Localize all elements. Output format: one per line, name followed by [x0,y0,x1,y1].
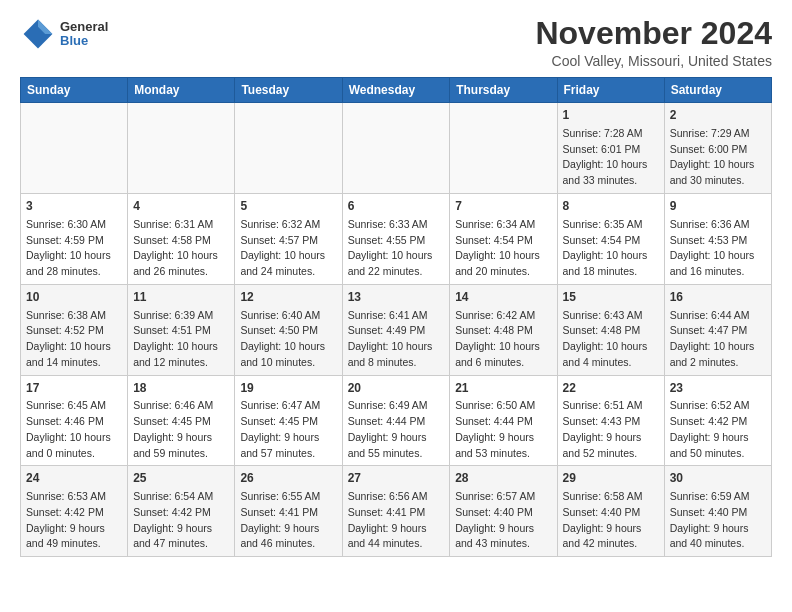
day-number: 23 [670,380,766,397]
day-cell: 23Sunrise: 6:52 AM Sunset: 4:42 PM Dayli… [664,375,771,466]
day-cell [450,103,557,194]
day-cell: 4Sunrise: 6:31 AM Sunset: 4:58 PM Daylig… [128,193,235,284]
calendar-header: SundayMondayTuesdayWednesdayThursdayFrid… [21,78,772,103]
day-number: 20 [348,380,445,397]
day-info: Sunrise: 6:32 AM Sunset: 4:57 PM Dayligh… [240,217,336,280]
weekday-header-monday: Monday [128,78,235,103]
weekday-header-thursday: Thursday [450,78,557,103]
day-number: 13 [348,289,445,306]
day-info: Sunrise: 6:38 AM Sunset: 4:52 PM Dayligh… [26,308,122,371]
day-info: Sunrise: 6:46 AM Sunset: 4:45 PM Dayligh… [133,398,229,461]
day-cell: 14Sunrise: 6:42 AM Sunset: 4:48 PM Dayli… [450,284,557,375]
day-number: 19 [240,380,336,397]
day-info: Sunrise: 6:50 AM Sunset: 4:44 PM Dayligh… [455,398,551,461]
day-number: 10 [26,289,122,306]
day-cell: 29Sunrise: 6:58 AM Sunset: 4:40 PM Dayli… [557,466,664,557]
day-number: 8 [563,198,659,215]
day-info: Sunrise: 6:41 AM Sunset: 4:49 PM Dayligh… [348,308,445,371]
day-number: 3 [26,198,122,215]
day-number: 5 [240,198,336,215]
day-cell [342,103,450,194]
day-info: Sunrise: 6:45 AM Sunset: 4:46 PM Dayligh… [26,398,122,461]
day-number: 24 [26,470,122,487]
day-number: 26 [240,470,336,487]
day-number: 30 [670,470,766,487]
day-number: 25 [133,470,229,487]
day-info: Sunrise: 6:57 AM Sunset: 4:40 PM Dayligh… [455,489,551,552]
day-cell: 28Sunrise: 6:57 AM Sunset: 4:40 PM Dayli… [450,466,557,557]
day-info: Sunrise: 7:29 AM Sunset: 6:00 PM Dayligh… [670,126,766,189]
day-number: 14 [455,289,551,306]
day-number: 7 [455,198,551,215]
header: General Blue November 2024 Cool Valley, … [20,16,772,69]
month-title: November 2024 [535,16,772,51]
day-info: Sunrise: 6:52 AM Sunset: 4:42 PM Dayligh… [670,398,766,461]
weekday-header-friday: Friday [557,78,664,103]
day-number: 6 [348,198,445,215]
day-info: Sunrise: 7:28 AM Sunset: 6:01 PM Dayligh… [563,126,659,189]
day-info: Sunrise: 6:43 AM Sunset: 4:48 PM Dayligh… [563,308,659,371]
day-info: Sunrise: 6:49 AM Sunset: 4:44 PM Dayligh… [348,398,445,461]
day-cell [128,103,235,194]
weekday-header-saturday: Saturday [664,78,771,103]
day-number: 27 [348,470,445,487]
location: Cool Valley, Missouri, United States [535,53,772,69]
day-cell: 19Sunrise: 6:47 AM Sunset: 4:45 PM Dayli… [235,375,342,466]
day-cell: 1Sunrise: 7:28 AM Sunset: 6:01 PM Daylig… [557,103,664,194]
day-cell: 30Sunrise: 6:59 AM Sunset: 4:40 PM Dayli… [664,466,771,557]
day-cell: 8Sunrise: 6:35 AM Sunset: 4:54 PM Daylig… [557,193,664,284]
day-cell: 6Sunrise: 6:33 AM Sunset: 4:55 PM Daylig… [342,193,450,284]
day-number: 21 [455,380,551,397]
day-cell: 25Sunrise: 6:54 AM Sunset: 4:42 PM Dayli… [128,466,235,557]
day-info: Sunrise: 6:54 AM Sunset: 4:42 PM Dayligh… [133,489,229,552]
day-number: 22 [563,380,659,397]
logo-blue: Blue [60,34,108,48]
day-cell: 15Sunrise: 6:43 AM Sunset: 4:48 PM Dayli… [557,284,664,375]
day-cell: 17Sunrise: 6:45 AM Sunset: 4:46 PM Dayli… [21,375,128,466]
day-info: Sunrise: 6:31 AM Sunset: 4:58 PM Dayligh… [133,217,229,280]
day-number: 17 [26,380,122,397]
day-number: 18 [133,380,229,397]
day-cell: 2Sunrise: 7:29 AM Sunset: 6:00 PM Daylig… [664,103,771,194]
day-info: Sunrise: 6:53 AM Sunset: 4:42 PM Dayligh… [26,489,122,552]
day-info: Sunrise: 6:30 AM Sunset: 4:59 PM Dayligh… [26,217,122,280]
day-info: Sunrise: 6:47 AM Sunset: 4:45 PM Dayligh… [240,398,336,461]
day-cell: 24Sunrise: 6:53 AM Sunset: 4:42 PM Dayli… [21,466,128,557]
day-info: Sunrise: 6:55 AM Sunset: 4:41 PM Dayligh… [240,489,336,552]
day-cell: 27Sunrise: 6:56 AM Sunset: 4:41 PM Dayli… [342,466,450,557]
day-info: Sunrise: 6:42 AM Sunset: 4:48 PM Dayligh… [455,308,551,371]
day-cell: 16Sunrise: 6:44 AM Sunset: 4:47 PM Dayli… [664,284,771,375]
weekday-header-tuesday: Tuesday [235,78,342,103]
day-info: Sunrise: 6:34 AM Sunset: 4:54 PM Dayligh… [455,217,551,280]
day-cell: 5Sunrise: 6:32 AM Sunset: 4:57 PM Daylig… [235,193,342,284]
day-number: 29 [563,470,659,487]
day-info: Sunrise: 6:36 AM Sunset: 4:53 PM Dayligh… [670,217,766,280]
week-row-3: 10Sunrise: 6:38 AM Sunset: 4:52 PM Dayli… [21,284,772,375]
day-info: Sunrise: 6:44 AM Sunset: 4:47 PM Dayligh… [670,308,766,371]
week-row-5: 24Sunrise: 6:53 AM Sunset: 4:42 PM Dayli… [21,466,772,557]
day-number: 9 [670,198,766,215]
day-info: Sunrise: 6:56 AM Sunset: 4:41 PM Dayligh… [348,489,445,552]
day-info: Sunrise: 6:51 AM Sunset: 4:43 PM Dayligh… [563,398,659,461]
weekday-header-sunday: Sunday [21,78,128,103]
day-cell: 10Sunrise: 6:38 AM Sunset: 4:52 PM Dayli… [21,284,128,375]
day-cell: 13Sunrise: 6:41 AM Sunset: 4:49 PM Dayli… [342,284,450,375]
day-number: 28 [455,470,551,487]
day-cell: 3Sunrise: 6:30 AM Sunset: 4:59 PM Daylig… [21,193,128,284]
logo-icon [20,16,56,52]
calendar: SundayMondayTuesdayWednesdayThursdayFrid… [20,77,772,557]
day-number: 16 [670,289,766,306]
week-row-4: 17Sunrise: 6:45 AM Sunset: 4:46 PM Dayli… [21,375,772,466]
logo-text: General Blue [60,20,108,49]
day-cell: 21Sunrise: 6:50 AM Sunset: 4:44 PM Dayli… [450,375,557,466]
day-info: Sunrise: 6:58 AM Sunset: 4:40 PM Dayligh… [563,489,659,552]
calendar-body: 1Sunrise: 7:28 AM Sunset: 6:01 PM Daylig… [21,103,772,557]
day-info: Sunrise: 6:59 AM Sunset: 4:40 PM Dayligh… [670,489,766,552]
logo: General Blue [20,16,108,52]
day-info: Sunrise: 6:40 AM Sunset: 4:50 PM Dayligh… [240,308,336,371]
logo-general: General [60,20,108,34]
day-cell: 11Sunrise: 6:39 AM Sunset: 4:51 PM Dayli… [128,284,235,375]
day-info: Sunrise: 6:33 AM Sunset: 4:55 PM Dayligh… [348,217,445,280]
week-row-2: 3Sunrise: 6:30 AM Sunset: 4:59 PM Daylig… [21,193,772,284]
day-number: 4 [133,198,229,215]
